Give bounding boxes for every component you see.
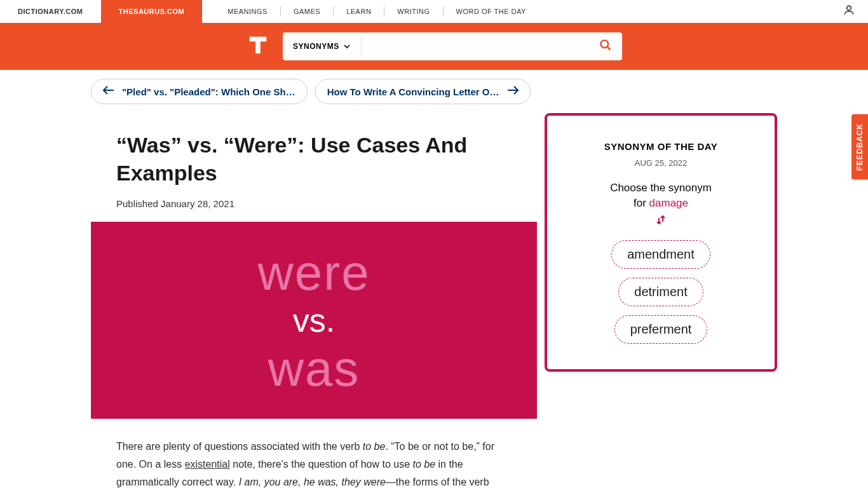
content-wrap: "Pled" vs. "Pleaded": Which One Sh… How … — [78, 79, 790, 488]
dropdown-label: SYNONYMS — [293, 42, 339, 51]
logo-icon[interactable] — [246, 33, 270, 60]
nav-link-learn[interactable]: LEARN — [334, 8, 384, 15]
search-icon — [599, 39, 612, 51]
nav-links: MEANINGS GAMES LEARN WRITING WORD OF THE… — [215, 6, 539, 17]
article-date: Published January 28, 2021 — [116, 198, 512, 209]
site-tabs: DICTIONARY.COM THESAURUS.COM — [0, 0, 202, 23]
tab-dictionary[interactable]: DICTIONARY.COM — [0, 0, 101, 23]
option-preferment[interactable]: preferment — [614, 315, 708, 344]
next-article-title: How To Write A Convincing Letter O… — [327, 86, 499, 97]
nav-link-games[interactable]: GAMES — [281, 8, 333, 15]
search-type-dropdown[interactable]: SYNONYMS — [283, 42, 361, 51]
nav-link-writing[interactable]: WRITING — [384, 8, 442, 15]
arrow-right-icon — [507, 86, 519, 97]
account-icon[interactable] — [843, 4, 855, 19]
svg-point-1 — [601, 41, 609, 48]
next-article-link[interactable]: How To Write A Convincing Letter O… — [315, 79, 531, 104]
nav-link-meanings[interactable]: MEANINGS — [215, 8, 280, 15]
article-body: There are plenty of questions associated… — [91, 419, 537, 488]
swap-icon — [566, 215, 756, 227]
svg-point-0 — [847, 6, 851, 10]
hero-text-vs: vs. — [293, 297, 335, 344]
option-amendment[interactable]: amendment — [611, 240, 710, 269]
article-nav: "Pled" vs. "Pleaded": Which One Sh… How … — [91, 79, 777, 104]
chevron-down-icon — [343, 43, 351, 50]
body-paragraph: There are plenty of questions associated… — [116, 438, 512, 488]
article-title: “Was” vs. “Were”: Use Cases And Examples — [116, 131, 512, 187]
sotd-prompt-line1: Choose the synonym — [566, 182, 756, 194]
top-nav: DICTIONARY.COM THESAURUS.COM MEANINGS GA… — [0, 0, 868, 23]
article-header: “Was” vs. “Were”: Use Cases And Examples… — [91, 113, 537, 222]
option-buttons: amendment detriment preferment — [566, 240, 756, 344]
synonym-of-the-day: SYNONYM OF THE DAY AUG 25, 2022 Choose t… — [545, 113, 777, 372]
search-input[interactable] — [362, 41, 589, 51]
sotd-target-word[interactable]: damage — [649, 197, 688, 209]
search-banner: SYNONYMS — [0, 23, 868, 70]
sotd-title: SYNONYM OF THE DAY — [566, 141, 756, 152]
search-button[interactable] — [589, 39, 622, 54]
option-detriment[interactable]: detriment — [618, 278, 703, 306]
link-existential[interactable]: existential — [185, 459, 230, 470]
tab-thesaurus[interactable]: THESAURUS.COM — [101, 0, 203, 23]
main-grid: “Was” vs. “Were”: Use Cases And Examples… — [91, 113, 777, 488]
sotd-date: AUG 25, 2022 — [566, 158, 756, 168]
hero-text-were: were — [257, 248, 370, 297]
article: “Was” vs. “Were”: Use Cases And Examples… — [91, 113, 537, 488]
svg-line-2 — [607, 47, 611, 50]
hero-image: were vs. was — [91, 222, 537, 419]
sotd-prompt-line2: for damage — [566, 197, 756, 210]
prev-article-title: "Pled" vs. "Pleaded": Which One Sh… — [122, 86, 295, 97]
feedback-tab[interactable]: FEEDBACK — [851, 114, 868, 180]
prev-article-link[interactable]: "Pled" vs. "Pleaded": Which One Sh… — [91, 79, 308, 104]
arrow-left-icon — [103, 86, 114, 97]
hero-text-was: was — [268, 344, 360, 393]
search-container: SYNONYMS — [283, 32, 622, 60]
nav-link-wotd[interactable]: WORD OF THE DAY — [444, 8, 539, 15]
